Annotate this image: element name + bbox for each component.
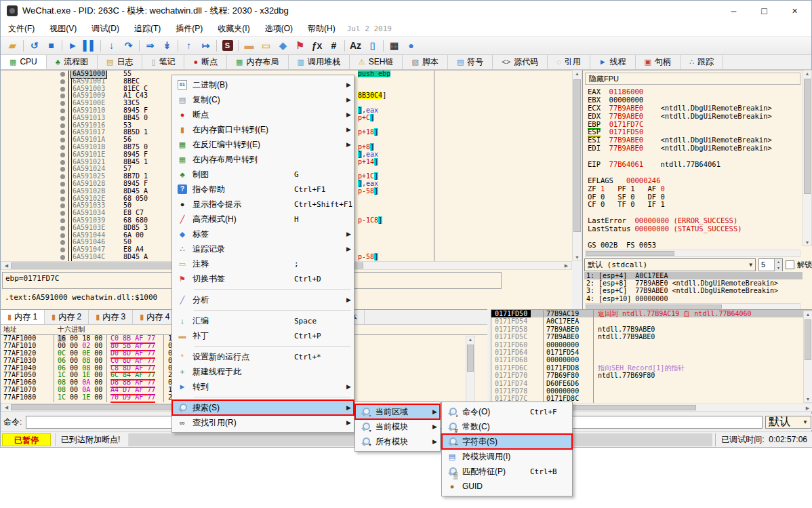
restart-icon[interactable]: ↺ (26, 38, 43, 54)
argument-depth-spinner[interactable]: 5 ▴▾ (758, 258, 783, 271)
stack-row[interactable]: 0171FD74D60FE6D6 (491, 380, 812, 387)
tab-脚本[interactable]: ▧脚本 (403, 55, 447, 69)
call-argument-row[interactable]: 1: [esp+4] A0C17EEA (584, 272, 803, 279)
menu-item-search-constant[interactable]: #常数(C) (442, 419, 572, 434)
breakpoint-dot-icon[interactable] (60, 189, 65, 194)
menu-item-patch[interactable]: ▬补丁Ctrl+P (172, 328, 354, 343)
call-argument-row[interactable]: 2: [esp+8] 77B9ABE0 <ntdll.DbgUiRemoteBr… (584, 279, 803, 287)
register-line[interactable]: GS 002B FS 0053 (588, 241, 799, 250)
menu-item-new-origin[interactable]: *设置新的运行点Ctrl+* (172, 349, 354, 364)
breakpoint-dot-icon[interactable] (60, 255, 65, 260)
register-line[interactable]: LastStatus 00000000 (STATUS_SUCCESS) (588, 225, 799, 233)
stack-row[interactable]: 0171FD7800000000 (491, 387, 812, 395)
menu-item-intermodular-calls[interactable]: ▤跨模块调用(I) (442, 449, 572, 464)
dump-tab-4[interactable]: ▮内存 4 (133, 310, 177, 324)
menu-item-binary[interactable]: 01二进制(B)▶ (172, 77, 354, 92)
tab-句柄[interactable]: ▣句柄 (636, 55, 681, 69)
unlock-checkbox[interactable] (786, 260, 794, 269)
registers-vertical-scrollbar[interactable]: ▲▼ (803, 70, 812, 246)
menu-item-search-pattern[interactable]: ▒匹配特征(P)Ctrl+B (442, 464, 572, 479)
breakpoint-dot-icon[interactable] (60, 130, 65, 135)
tab-调用堆栈[interactable]: ▥调用堆栈 (289, 55, 350, 69)
tab-笔记[interactable]: ▯笔记 (142, 55, 184, 69)
stack-rows[interactable]: 0171FD5077B9AC19返回到 ntdll.77B9AC19 自 ntd… (491, 310, 812, 403)
stack-row[interactable]: 0171FD5877B9ABE0ntdll.77B9ABE0 (491, 326, 812, 333)
bookmarks-icon[interactable]: ⚑ (291, 38, 308, 54)
breakpoint-dot-icon[interactable] (60, 109, 65, 113)
stack-row[interactable]: 0171FD5C77B9ABE0ntdll.77B9ABE0 (491, 333, 812, 340)
register-line[interactable]: EIP 77B64061 ntdll.77B64061 (588, 161, 799, 169)
dump-tab-1[interactable]: ▮内存 1 (1, 310, 45, 324)
register-list[interactable]: EAX 01186000EBX 00000000ECX 77B9ABE0 <nt… (588, 88, 799, 250)
tab-日志[interactable]: ▤日志 (98, 55, 142, 69)
menu-item-find-references[interactable]: ∞查找引用(R)▶ (172, 415, 354, 430)
menu-item-disassembly[interactable]: ▦在反汇编中转到(E)▶ (172, 137, 354, 152)
menu-item-graph[interactable]: ♣制图G (172, 167, 354, 182)
breakpoint-dot-icon[interactable] (60, 160, 65, 165)
stack-row[interactable]: 0171FD640171FD54 (491, 349, 812, 356)
website-icon[interactable]: ● (403, 38, 420, 54)
breakpoint-dot-icon[interactable] (60, 153, 65, 157)
menu-item-search-command[interactable]: ›命令(O)Ctrl+F (442, 404, 572, 419)
minimize-button[interactable]: – (718, 1, 749, 20)
tab-流程图[interactable]: ♣流程图 (47, 55, 98, 69)
stop-icon[interactable]: ■ (43, 38, 60, 54)
calling-convention-select[interactable]: 默认 (stdcall) ▼ (584, 258, 756, 271)
register-line[interactable]: CF 0 TF 0 IF 1 (588, 201, 799, 209)
menu-item-highlight[interactable]: ╱高亮模式(H)H (172, 212, 354, 227)
menubar-item[interactable]: 视图(V) (42, 21, 84, 37)
registers-horizontal-scrollbar[interactable] (585, 250, 800, 257)
breakpoint-dot-icon[interactable] (60, 94, 65, 98)
skip-exceptions-icon[interactable]: S (219, 38, 236, 54)
stack-row[interactable]: 0171FD7077B69F80ntdll.77B69F80 (491, 372, 812, 379)
pause-icon[interactable]: ▌▌ (81, 38, 98, 54)
menu-item-search-module[interactable]: ▪当前模块▶ (355, 419, 440, 434)
menubar-item[interactable]: 收藏夹(I) (210, 21, 257, 37)
dump-vertical-scrollbar[interactable]: ▲▼ (466, 336, 475, 412)
tab-源代码[interactable]: <>源代码 (493, 55, 548, 69)
menu-item-analyze[interactable]: ╱分析▶ (172, 292, 354, 307)
menu-item-search[interactable]: 搜索(S)▶ (172, 400, 354, 415)
run-to-user-code-icon[interactable]: ↦ (197, 38, 214, 54)
breakpoint-dot-icon[interactable] (60, 182, 65, 187)
menubar-item[interactable]: 文件(F) (1, 21, 42, 37)
animate-over-icon[interactable]: ↡ (159, 38, 176, 54)
tab-引用[interactable]: ◌引用 (548, 55, 590, 69)
stack-vertical-scrollbar[interactable]: ▲▼ (803, 311, 812, 403)
stack-row[interactable]: 0171FD6000000000 (491, 341, 812, 349)
stack-row[interactable]: 0171FD6C0171FDD8指向SEH_Record[1]的指针 (491, 364, 812, 372)
step-into-icon[interactable]: ↓ (103, 38, 120, 54)
stack-row[interactable]: 0171FD5077B9AC19返回到 ntdll.77B9AC19 自 ntd… (491, 310, 812, 317)
menu-item-assemble[interactable]: ↓汇编Space (172, 313, 354, 328)
open-file-icon[interactable]: ▰ (4, 38, 21, 54)
menu-item-goto[interactable]: ►转到▶ (172, 379, 354, 394)
menu-item-copy[interactable]: ▤复制(C)▶ (172, 92, 354, 107)
breakpoint-dot-icon[interactable] (60, 79, 65, 84)
call-argument-row[interactable]: 4: [esp+10] 00000000 (584, 295, 803, 302)
register-line[interactable]: EDI 77B9ABE0 <ntdll.DbgUiRemoteBreakin> (588, 144, 799, 153)
stack-panel[interactable]: 0171FD5077B9AC19返回到 ntdll.77B9AC19 自 ntd… (491, 309, 812, 412)
detach-icon[interactable]: ▯ (364, 38, 381, 54)
menu-item-search-region[interactable]: ▫当前区域▶ (355, 404, 440, 419)
spinner-arrows-icon[interactable]: ▴▾ (774, 259, 782, 271)
menu-item-guid[interactable]: ●GUID (442, 479, 572, 494)
menu-item-comment[interactable]: ▭注释; (172, 256, 354, 271)
menu-item-new-thread[interactable]: +新建线程于此 (172, 364, 354, 379)
stack-row[interactable]: 0171FD54A0C17EEA (491, 317, 812, 325)
breakpoint-dot-icon[interactable] (60, 226, 65, 231)
menubar-item[interactable]: 插件(P) (168, 21, 210, 37)
breakpoint-dot-icon[interactable] (60, 197, 65, 201)
dump-tab-2[interactable]: ▮内存 2 (45, 310, 89, 324)
comments-icon[interactable]: ▭ (258, 38, 275, 54)
close-button[interactable]: × (779, 1, 810, 20)
breakpoint-dot-icon[interactable] (60, 240, 65, 245)
breakpoint-dot-icon[interactable] (60, 233, 65, 238)
menu-item-memory-window[interactable]: ▮在内存窗口中转到(E)▶ (172, 122, 354, 137)
breakpoint-dot-icon[interactable] (60, 101, 65, 106)
breakpoint-dot-icon[interactable] (60, 167, 65, 172)
call-arguments-list[interactable]: 1: [esp+4] A0C17EEA2: [esp+8] 77B9ABE0 <… (584, 272, 803, 302)
menu-item-search-all-modules[interactable]: *所有模块▶ (355, 434, 440, 449)
functions-icon[interactable]: ƒx (308, 38, 325, 54)
tab-seh链[interactable]: ⚠SEH链 (350, 55, 403, 69)
menubar-item[interactable]: 调试(D) (84, 21, 127, 37)
